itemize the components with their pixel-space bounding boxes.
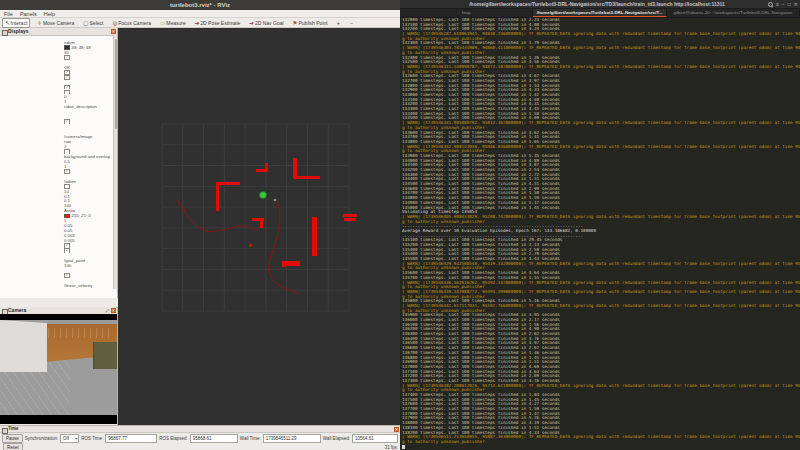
- tool-label: Select: [90, 19, 104, 27]
- odometry-trail: [269, 199, 299, 294]
- terminal-tab-0[interactable]: htop: [400, 9, 533, 17]
- add-tool-icon: +: [337, 19, 340, 27]
- sync-dropdown[interactable]: Off: [60, 434, 79, 443]
- remove-tool-icon: −: [350, 19, 353, 27]
- menu-icon[interactable]: ≡: [776, 0, 779, 9]
- tool-remove-tool[interactable]: −: [348, 19, 356, 27]
- close-icon[interactable]: ✕: [394, 427, 399, 432]
- time-fields: ROS Time:95867.77ROS Elapsed:95868.61Wal…: [81, 434, 398, 443]
- time-field-value[interactable]: 95868.61: [190, 434, 238, 443]
- laser-scan-mark: [217, 182, 240, 185]
- terminal-title: /home/gilbert/workspaces/Turtlebot3-DRL-…: [440, 0, 754, 9]
- fps-readout: 31 fps: [385, 445, 397, 450]
- terminal-line: [402, 445, 800, 450]
- tool-label: 2D Nav Goal: [255, 19, 284, 27]
- time-field-value[interactable]: 1739546511.29: [263, 434, 321, 443]
- menu-file[interactable]: File: [4, 10, 13, 18]
- camera-image: [0, 314, 117, 424]
- time-panel-header[interactable]: Time ✕: [0, 426, 400, 433]
- tool-select[interactable]: ▢Select: [81, 19, 105, 27]
- tool-label: Focus Camera: [118, 19, 151, 27]
- rviz-titlebar[interactable]: turtlebot3.rviz* - RViz: [0, 0, 400, 10]
- camera-scene: [0, 320, 117, 415]
- robot-dot: [274, 199, 277, 202]
- laser-scan-mark: [282, 264, 286, 267]
- camera-wall-speckles: [48, 328, 114, 338]
- camera-grey-wall: [0, 320, 47, 372]
- time-field-label: Wall Elapsed:: [323, 436, 350, 441]
- odometry-trail: [178, 201, 265, 232]
- tool-label: Move Camera: [43, 19, 74, 27]
- rviz-toolbar: ↖Interact✛Move Camera▢Select◎Focus Camer…: [0, 18, 400, 28]
- focus-camera-icon: ◎: [112, 19, 117, 27]
- maximize-icon[interactable]: □: [788, 0, 791, 9]
- time-bottom-row: Reset 31 fps: [0, 443, 400, 450]
- terminal-output[interactable]: 132000 timesteps. Last 100 timesteps fin…: [400, 18, 800, 450]
- time-field-label: ROS Time:: [81, 436, 103, 441]
- menu-panels[interactable]: Panels: [20, 10, 37, 18]
- viewport-3d[interactable]: [118, 28, 400, 425]
- 2d-pose-estimate-icon: ➔: [195, 19, 200, 27]
- terminal-cursor: [402, 445, 405, 449]
- time-panel-title: Time: [8, 426, 18, 431]
- publish-point-icon: ⚑: [293, 19, 298, 27]
- undock-icon[interactable]: ⤢: [106, 308, 109, 313]
- scrollbar-thumb[interactable]: [115, 39, 118, 129]
- tool-2d-nav-goal[interactable]: ➔2D Nav Goal: [247, 19, 285, 27]
- time-field-label: Wall Time:: [240, 436, 261, 441]
- goal-point-marker: [260, 192, 267, 199]
- sync-label: Synchronization:: [25, 436, 58, 441]
- tool-move-camera[interactable]: ✛Move Camera: [35, 19, 76, 27]
- displays-panel: Displays ✕ ▾Global OptionsFixed Frameodo…: [0, 28, 118, 298]
- tree-row[interactable]: Queue Size100: [0, 288, 114, 289]
- interact-icon: ↖: [5, 19, 10, 27]
- tool-measure[interactable]: ▭Measure: [158, 19, 188, 27]
- time-field-value[interactable]: 10564.61: [352, 434, 398, 443]
- close-icon[interactable]: ✕: [794, 0, 798, 9]
- laser-scan-mark: [344, 218, 356, 221]
- close-icon[interactable]: ✕: [111, 308, 116, 313]
- displays-tree: ▾Global OptionsFixed FrameodomBackground…: [0, 35, 114, 289]
- pause-button[interactable]: Pause: [2, 434, 23, 443]
- panel-icon: [2, 428, 8, 434]
- laser-scan-mark: [265, 163, 268, 172]
- menu-help[interactable]: Help: [44, 10, 55, 18]
- odometry-trail: [177, 199, 187, 211]
- rviz-window: turtlebot3.rviz* - RViz FilePanelsHelp ↖…: [0, 0, 400, 450]
- laser-scan-mark: [294, 176, 320, 179]
- laser-scan-mark: [312, 217, 317, 256]
- terminal-tab-2[interactable]: gilbert@ubuntu-20: ~/workspaces/Turtlebo…: [667, 9, 800, 17]
- tool-interact[interactable]: ↖Interact: [2, 18, 30, 28]
- camera-panel: Camera ⤢ ✕: [0, 307, 118, 425]
- tool-publish-point[interactable]: ⚑Publish Point: [291, 19, 330, 27]
- measure-icon: ▭: [160, 19, 165, 27]
- tool-label: Publish Point: [299, 19, 328, 27]
- terminal-titlebar[interactable]: /home/gilbert/workspaces/Turtlebot3-DRL-…: [400, 0, 800, 9]
- time-field-label: ROS Elapsed:: [159, 436, 188, 441]
- terminal-tabbar: htop/home/gilbert/workspaces/Turtlebot3-…: [400, 9, 800, 18]
- search-icon[interactable]: [768, 2, 773, 7]
- reset-button[interactable]: Reset: [3, 443, 23, 450]
- time-controls: Pause Synchronization: Off ROS Time:9586…: [0, 433, 400, 443]
- laser-scan-mark: [293, 158, 297, 178]
- tool-focus-camera[interactable]: ◎Focus Camera: [110, 19, 153, 27]
- desktop: turtlebot3.rviz* - RViz FilePanelsHelp ↖…: [0, 0, 800, 450]
- 2d-nav-goal-icon: ➔: [249, 19, 254, 27]
- laser-scan-mark: [216, 182, 219, 211]
- close-icon[interactable]: ✕: [111, 29, 116, 34]
- minimize-icon[interactable]: −: [782, 0, 785, 9]
- time-panel: Time ✕ Pause Synchronization: Off ROS Ti…: [0, 425, 400, 450]
- terminal-tab-1[interactable]: /home/gilbert/workspaces/Turtlebot3-DRL-…: [533, 9, 666, 17]
- displays-scrollbar[interactable]: [113, 35, 117, 289]
- tool-label: Interact: [11, 19, 28, 27]
- move-camera-icon: ✛: [37, 19, 42, 27]
- property-value[interactable]: 100: [64, 288, 71, 289]
- camera-panel-title: Camera: [8, 307, 26, 313]
- time-field-value[interactable]: 95867.77: [105, 434, 157, 443]
- tool-add-tool[interactable]: +: [335, 19, 343, 27]
- tool-label: 2D Pose Estimate: [200, 19, 240, 27]
- select-icon: ▢: [83, 19, 88, 27]
- tool-2d-pose-estimate[interactable]: ➔2D Pose Estimate: [193, 19, 243, 27]
- displays-panel-title: Displays: [8, 28, 29, 34]
- laser-scan-mark: [249, 244, 252, 247]
